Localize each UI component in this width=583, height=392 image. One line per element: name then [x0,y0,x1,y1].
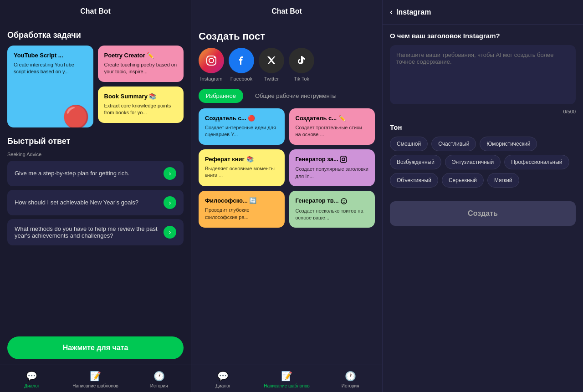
char-count: 0/500 [390,109,576,114]
quick-reply-2[interactable]: How should I set achievable New Year's g… [7,190,184,215]
tool-card-5[interactable]: Философско... 🔄 Проводит глубокие филосо… [199,191,285,228]
tone-objective[interactable]: Объективный [390,173,438,188]
tab-general[interactable]: Общие рабочие инструменты [248,89,344,103]
chat-button[interactable]: Нажмите для чата [7,336,184,359]
instagram-icon-item[interactable]: Instagram [199,48,224,81]
quick-reply-text-2: How should I set achievable New Year's g… [15,199,159,206]
left-panel: Chat Bot Обработка задачи YouTube Script… [0,0,191,392]
youtube-icon: 🔴 [62,104,90,127]
tool-card-6[interactable]: Генератор тв... Создает несколько твитов… [289,191,375,228]
tone-soft[interactable]: Мягкий [487,173,519,188]
left-nav-dialog[interactable]: 💬 Диалог [0,369,64,390]
mid-templates-label: Написание шаблонов [264,383,310,388]
poetry-card[interactable]: Poetry Creator ✏️ Create touching poetry… [98,46,184,82]
left-nav-templates[interactable]: 📝 Написание шаблонов [64,369,128,390]
poetry-card-desc: Create touching poetry based on your top… [104,61,178,76]
facebook-circle[interactable] [229,48,254,73]
tool-1-title: Создатель с... 🔴 [205,115,278,122]
quick-reply-arrow-1[interactable]: › [164,167,176,180]
tone-excited[interactable]: Возбужденный [390,155,441,169]
tools-grid: Создатель с... 🔴 Создает интересные идеи… [191,108,382,228]
tool-card-1[interactable]: Создатель с... 🔴 Создает интересные идеи… [199,108,285,145]
middle-header: Chat Bot [191,0,382,23]
twitter-circle[interactable] [259,48,284,73]
back-arrow-icon[interactable]: ‹ [390,7,393,17]
dialog-label: Диалог [24,383,39,388]
templates-icon: 📝 [90,371,101,382]
facebook-icon-item[interactable]: Facebook [229,48,254,81]
tool-6-icon [340,197,348,204]
quick-reply-3[interactable]: What methods do you have to help me revi… [7,219,184,245]
processing-title: Обработка задачи [7,31,184,40]
tone-humorous[interactable]: Юмористический [480,137,537,151]
book-card-desc: Extract core knowledge points from books… [104,102,178,117]
middle-nav-templates[interactable]: 📝 Написание шаблонов [255,369,319,390]
mid-history-label: История [342,383,359,388]
cards-grid: YouTube Script ... Create interesting Yo… [7,46,184,127]
left-header: Chat Bot [0,0,191,23]
mid-dialog-icon: 💬 [217,371,229,382]
youtube-card-desc: Create interesting YouTube script ideas … [14,61,87,76]
tool-2-desc: Создает трогательные стихи на основе ... [296,124,369,138]
youtube-card-title: YouTube Script ... [14,52,87,59]
quick-reply-text-1: Give me a step-by-step plan for getting … [15,170,159,177]
tool-4-title: Генератор за... [296,156,369,163]
mid-dialog-label: Диалог [215,383,230,388]
tone-enthusiastic[interactable]: Энтузиастичный [445,155,501,169]
mid-templates-icon: 📝 [281,371,292,382]
poetry-icon: ✏️ [147,52,154,59]
tool-2-icon: ✏️ [338,115,346,122]
right-question: О чем ваш заголовок Instagram? [390,32,576,40]
middle-panel: Chat Bot Создать пост Instagram Facebook [191,0,383,392]
quick-reply-arrow-3[interactable]: › [164,226,176,239]
middle-nav-history[interactable]: 🕐 История [318,369,382,390]
tiktok-circle[interactable] [289,48,314,73]
left-nav-history[interactable]: 🕐 История [127,369,191,390]
svg-point-5 [345,158,346,158]
tone-professional[interactable]: Профессиональный [504,155,569,169]
tool-5-icon: 🔄 [249,197,256,204]
tool-2-title: Создатель с... ✏️ [296,115,369,122]
create-button[interactable]: Создать [390,201,576,226]
tool-4-desc: Создает популярные заголовки для In... [296,166,369,180]
quick-reply-text-3: What methods do you have to help me revi… [15,225,159,239]
tone-funny[interactable]: Смешной [390,137,428,151]
tool-5-desc: Проводит глубокие философские ра... [205,207,278,221]
book-card[interactable]: Book Summary 📚 Extract core knowledge po… [98,87,184,123]
poetry-card-title: Poetry Creator ✏️ [104,52,178,59]
quick-reply-title: Быстрый ответ [7,137,184,146]
tone-serious[interactable]: Серьезный [442,173,484,188]
right-header: ‹ Instagram [383,0,583,25]
instagram-circle[interactable] [199,48,224,73]
facebook-label: Facebook [230,76,252,81]
tool-6-desc: Создает несколько твитов на основе ваше.… [296,208,369,222]
tool-1-desc: Создает интересные идеи для сценариев Y.… [205,124,278,138]
twitter-label: Twitter [264,76,279,81]
tiktok-icon-item[interactable]: Tik Tok [289,48,314,81]
tone-title: Тон [390,123,576,131]
tone-happy[interactable]: Счастливый [431,137,476,151]
right-header-title: Instagram [396,8,431,16]
dialog-icon: 💬 [26,371,37,382]
tool-4-icon [340,156,347,163]
svg-point-2 [214,57,215,58]
tool-card-2[interactable]: Создатель с... ✏️ Создает трогательные с… [289,108,375,145]
youtube-card[interactable]: YouTube Script ... Create interesting Yo… [7,46,93,127]
quick-reply-1[interactable]: Give me a step-by-step plan for getting … [7,161,184,186]
history-label: История [150,383,168,388]
tool-card-3[interactable]: Реферат книг 📚 Выделяет основные моменты… [199,149,285,186]
right-content: О чем ваш заголовок Instagram? 0/500 Тон… [383,25,583,233]
svg-rect-3 [340,156,347,163]
twitter-icon-item[interactable]: Twitter [259,48,284,81]
middle-nav-dialog[interactable]: 💬 Диалог [191,369,255,390]
svg-point-1 [209,58,214,63]
svg-point-4 [342,158,345,161]
tool-card-4[interactable]: Генератор за... Создает популярные загол… [289,149,375,186]
quick-reply-arrow-2[interactable]: › [164,196,176,209]
tool-3-desc: Выделяет основные моменты книги ... [205,165,278,179]
middle-bottom-nav: 💬 Диалог 📝 Написание шаблонов 🕐 История [191,365,382,392]
tool-5-title: Философско... 🔄 [205,197,278,204]
tab-favorites[interactable]: Избранное [199,89,243,103]
instagram-caption-input[interactable] [390,45,576,104]
templates-label: Написание шаблонов [72,383,118,388]
